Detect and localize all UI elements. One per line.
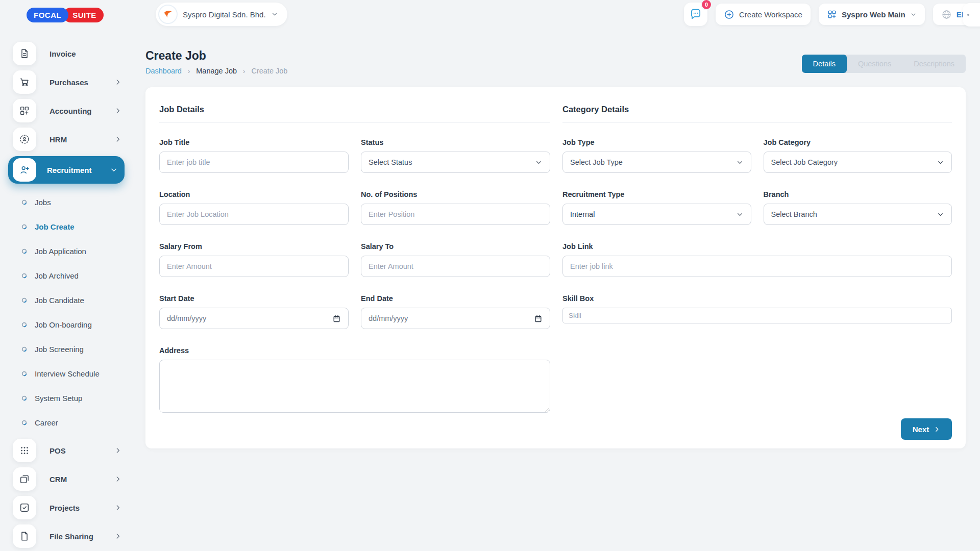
sidebar-item-file-sharing[interactable]: File Sharing (13, 524, 121, 548)
sidebar-item-hrm[interactable]: HRM (13, 128, 121, 151)
company-logo-icon (158, 5, 178, 24)
check-square-icon (13, 496, 36, 519)
sidebar-subitem-label: System Setup (35, 394, 82, 403)
tab-descriptions[interactable]: Descriptions (902, 55, 966, 73)
cart-icon (13, 70, 36, 94)
sidebar-item-purchases[interactable]: Purchases (13, 70, 121, 94)
next-button[interactable]: Next (901, 418, 952, 440)
workspace-selector[interactable]: Syspro Web Main (819, 4, 925, 25)
bullet-circle-icon (21, 346, 27, 352)
sidebar-subitem-interview-schedule[interactable]: Interview Schedule (0, 361, 134, 386)
sidebar-item-label: Invoice (50, 49, 121, 58)
job-title-label: Job Title (159, 138, 349, 146)
job-title-input[interactable] (159, 152, 349, 173)
sidebar-item-recruitment[interactable]: Recruitment (8, 156, 125, 184)
bullet-circle-icon (21, 224, 27, 230)
location-input[interactable] (159, 204, 349, 225)
job-title-field: Job Title (159, 138, 349, 173)
job-category-select[interactable]: Select Job Category (764, 152, 952, 173)
tab-details[interactable]: Details (802, 55, 847, 73)
avatar[interactable] (963, 3, 980, 27)
start-date-input[interactable]: dd/mm/yyyy (159, 308, 349, 329)
branch-select-value: Select Branch (771, 210, 817, 218)
messages-button[interactable]: 0 (684, 3, 707, 26)
positions-input[interactable] (361, 204, 550, 225)
address-label: Address (159, 346, 550, 355)
calendar-icon[interactable] (534, 314, 543, 323)
sidebar-subitem-jobs[interactable]: Jobs (0, 190, 134, 214)
end-date-input[interactable]: dd/mm/yyyy (361, 308, 550, 329)
address-textarea[interactable] (159, 360, 550, 413)
salary-to-label: Salary To (361, 242, 550, 251)
chevron-down-icon (736, 159, 744, 166)
sidebar-subitem-job-screening[interactable]: Job Screening (0, 337, 134, 361)
job-link-input[interactable] (562, 256, 952, 277)
job-details-heading: Job Details (159, 101, 550, 123)
sidebar-item-crm[interactable]: CRM (13, 467, 121, 491)
chevron-down-icon (937, 159, 944, 166)
file-icon (13, 524, 36, 548)
breadcrumb-dashboard[interactable]: Dashboard (145, 67, 182, 75)
chevron-right-icon (114, 475, 121, 483)
sidebar-subitem-job-application[interactable]: Job Application (0, 239, 134, 263)
sidebar-subitem-label: Career (35, 418, 58, 427)
salary-from-input[interactable] (159, 256, 349, 277)
breadcrumb-manage-job[interactable]: Manage Job (196, 67, 237, 75)
skill-box-label: Skill Box (562, 294, 952, 303)
app-root: FOCAL SUITE Syspro Digital Sdn. Bhd. 0 C… (0, 0, 980, 551)
sidebar-subitem-system-setup[interactable]: System Setup (0, 386, 134, 410)
sidebar-item-projects[interactable]: Projects (13, 496, 121, 519)
topbar-right: 0 Create Workspace Syspro Web Main (684, 0, 980, 29)
sidebar-subitem-label: Job On-boarding (35, 320, 92, 329)
chevron-down-icon (535, 159, 543, 166)
bullet-circle-icon (21, 199, 27, 205)
sidebar-subitem-job-create[interactable]: Job Create (0, 214, 134, 239)
job-type-select[interactable]: Select Job Type (562, 152, 751, 173)
sidebar-subitem-label: Interview Schedule (35, 369, 100, 378)
status-label: Status (361, 138, 550, 146)
salary-to-input[interactable] (361, 256, 550, 277)
page-title: Create Job (145, 49, 206, 63)
end-date-value: dd/mm/yyyy (369, 314, 408, 322)
chevron-down-icon (736, 211, 744, 218)
recruitment-type-select[interactable]: Internal (562, 204, 751, 225)
sidebar-subitem-label: Jobs (35, 198, 51, 207)
invoice-icon (13, 42, 36, 65)
branch-select[interactable]: Select Branch (764, 204, 952, 225)
sidebar-item-label: CRM (50, 475, 114, 484)
calendar-icon[interactable] (332, 314, 341, 323)
address-field: Address (159, 346, 550, 415)
sidebar-item-label: Purchases (50, 78, 114, 87)
job-category-select-value: Select Job Category (771, 158, 838, 166)
sidebar-item-accounting[interactable]: Accounting (13, 99, 121, 122)
sidebar-item-label: File Sharing (50, 532, 114, 541)
sidebar-item-pos[interactable]: POS (13, 439, 121, 462)
chevron-down-icon (271, 11, 278, 18)
tab-questions[interactable]: Questions (847, 55, 902, 73)
sidebar-subitem-career[interactable]: Career (0, 410, 134, 435)
sidebar-item-label: POS (50, 446, 114, 455)
recruitment-submenu: Jobs Job Create Job Application Job Arch… (0, 190, 134, 435)
category-plus-icon (13, 99, 36, 122)
status-select[interactable]: Select Status (361, 152, 550, 173)
logo-focal: FOCAL (27, 8, 68, 22)
plus-circle-icon (724, 9, 734, 20)
copy-squares-icon (13, 467, 36, 491)
next-button-label: Next (913, 425, 929, 434)
sidebar-item-invoice[interactable]: Invoice (13, 42, 121, 65)
sidebar-subitem-job-archived[interactable]: Job Archived (0, 263, 134, 288)
create-job-card: Job Details Job Title Status Select Stat… (145, 87, 966, 448)
job-type-label: Job Type (562, 138, 751, 146)
branch-field: Branch Select Branch (764, 190, 952, 225)
create-workspace-button[interactable]: Create Workspace (716, 4, 811, 25)
user-plus-icon (13, 158, 36, 182)
company-selector[interactable]: Syspro Digital Sdn. Bhd. (156, 3, 287, 26)
job-category-field: Job Category Select Job Category (764, 138, 952, 173)
sidebar-subitem-job-onboarding[interactable]: Job On-boarding (0, 312, 134, 337)
chevron-right-icon (114, 107, 121, 114)
sidebar-subitem-job-candidate[interactable]: Job Candidate (0, 288, 134, 312)
chevron-down-icon (910, 11, 917, 18)
skill-input[interactable] (562, 308, 952, 323)
workspace-grid-icon (827, 9, 837, 19)
status-field: Status Select Status (361, 138, 550, 173)
